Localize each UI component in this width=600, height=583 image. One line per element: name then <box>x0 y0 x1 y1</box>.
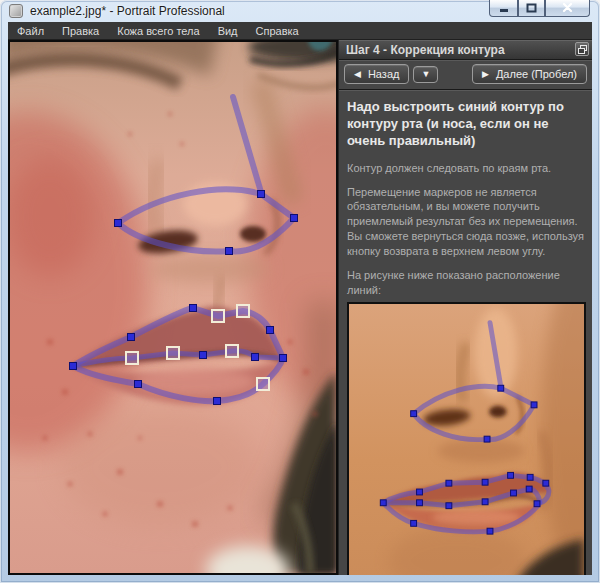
chevron-down-icon: ▼ <box>421 70 430 79</box>
window-controls <box>489 0 590 17</box>
title-bar[interactable]: example2.jpg* - Portrait Professional <box>0 0 600 22</box>
menu-whole-body-skin[interactable]: Кожа всего тела <box>108 24 208 38</box>
instruction-paragraph: На рисунке ниже показано расположение ли… <box>347 268 584 298</box>
contour-marker[interactable] <box>128 334 135 341</box>
contour-marker <box>526 487 532 493</box>
window-title: example2.jpg* - Portrait Professional <box>30 4 225 18</box>
app-window: example2.jpg* - Portrait Professional Фа… <box>0 0 600 583</box>
contour-marker[interactable] <box>267 327 274 334</box>
close-icon <box>562 3 573 13</box>
back-button[interactable]: ◀ Назад <box>344 64 409 84</box>
contour-marker <box>411 411 417 417</box>
contour-marker <box>482 480 488 486</box>
contour-marker <box>411 521 417 527</box>
contour-marker <box>484 437 490 443</box>
minimize-icon <box>499 4 509 13</box>
contour-marker[interactable] <box>200 352 207 359</box>
menu-help[interactable]: Справка <box>247 24 308 38</box>
close-button[interactable] <box>545 0 590 17</box>
maximize-icon <box>526 3 537 13</box>
contour-marker <box>380 500 386 506</box>
main-photo-canvas[interactable] <box>10 42 336 573</box>
contour-marker <box>543 481 549 487</box>
contour-marker[interactable] <box>190 305 197 312</box>
example-image <box>349 304 584 575</box>
instruction-paragraph: Перемещение маркеров не является обязате… <box>347 185 584 259</box>
contour-marker <box>534 501 540 507</box>
next-button[interactable]: ▶ Далее (Пробел) <box>472 64 587 84</box>
float-panel-button[interactable] <box>575 42 589 56</box>
contour-marker[interactable] <box>258 191 265 198</box>
panel-title-bar: Шаг 4 - Коррекция контура <box>339 40 592 60</box>
contour-marker <box>511 490 517 496</box>
next-triangle-icon: ▶ <box>482 70 489 79</box>
contour-marker <box>498 386 504 392</box>
contour-marker <box>446 503 452 509</box>
instruction-paragraph: Контур должен следовать по краям рта. <box>347 161 584 176</box>
contour-marker[interactable] <box>135 381 142 388</box>
contour-marker[interactable] <box>252 354 259 361</box>
contour-marker <box>487 529 493 535</box>
contour-marker[interactable] <box>291 215 298 222</box>
panel-body: Надо выстроить синий контур по контуру р… <box>339 90 592 575</box>
contour-marker[interactable] <box>70 363 77 370</box>
contour-marker[interactable] <box>212 310 224 322</box>
contour-marker <box>508 473 514 479</box>
menu-bar: Файл Правка Кожа всего тела Вид Справка <box>8 22 592 40</box>
minimize-button[interactable] <box>489 0 518 17</box>
contour-marker <box>482 499 488 505</box>
back-label: Назад <box>368 68 400 80</box>
contour-marker[interactable] <box>280 355 287 362</box>
contour-marker <box>417 500 423 506</box>
contour-marker[interactable] <box>167 347 179 359</box>
menu-view[interactable]: Вид <box>209 24 247 38</box>
contour-marker[interactable] <box>115 220 122 227</box>
contour-marker[interactable] <box>226 345 238 357</box>
back-triangle-icon: ◀ <box>354 70 361 79</box>
back-dropdown-button[interactable]: ▼ <box>413 66 438 83</box>
main-photo-frame <box>8 40 338 575</box>
app-icon <box>9 4 23 18</box>
menu-edit[interactable]: Правка <box>53 24 108 38</box>
menu-file[interactable]: Файл <box>8 24 53 38</box>
contour-marker <box>527 475 533 481</box>
panel-nav: ◀ Назад ▼ ▶ Далее (Пробел) <box>339 60 592 90</box>
panel-title: Шаг 4 - Коррекция контура <box>346 43 505 57</box>
step-panel: Шаг 4 - Коррекция контура ◀ Назад ▼ ▶ Да… <box>338 40 592 575</box>
contour-marker[interactable] <box>126 352 138 364</box>
maximize-button[interactable] <box>518 0 545 17</box>
contour-marker <box>417 489 423 495</box>
next-label: Далее (Пробел) <box>496 68 577 80</box>
step-heading: Надо выстроить синий контур по контуру р… <box>347 99 584 150</box>
contour-marker <box>446 481 452 487</box>
contour-marker[interactable] <box>226 248 233 255</box>
contour-marker <box>531 402 537 408</box>
float-panel-icon <box>578 45 587 54</box>
contour-marker[interactable] <box>257 378 269 390</box>
example-image-frame <box>347 302 586 575</box>
contour-marker[interactable] <box>237 305 249 317</box>
contour-marker[interactable] <box>214 398 221 405</box>
